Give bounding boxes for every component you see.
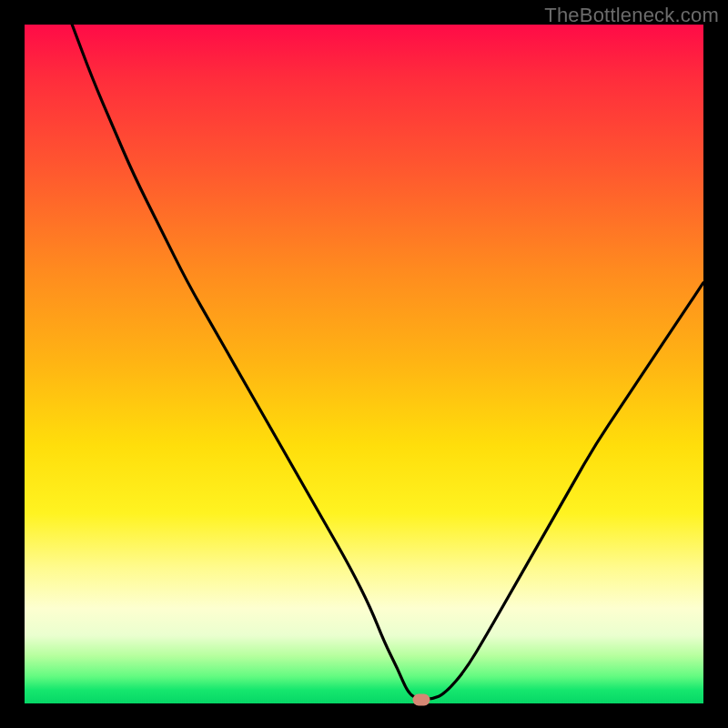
bottleneck-curve xyxy=(25,25,703,703)
optimum-marker xyxy=(413,693,430,705)
plot-area xyxy=(25,25,703,703)
watermark-text: TheBottleneck.com xyxy=(544,4,719,27)
chart-frame: TheBottleneck.com xyxy=(0,0,728,728)
curve-path xyxy=(72,25,703,700)
